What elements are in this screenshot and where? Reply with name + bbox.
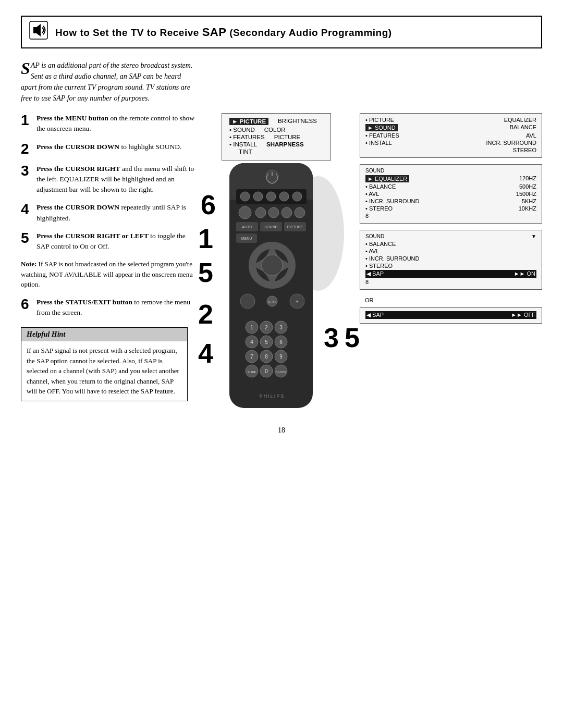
svg-text:4: 4 bbox=[250, 339, 253, 345]
remote-control: AUTO SOUND PICTURE MENU bbox=[216, 161, 331, 411]
rm3-5khz: 5KHZ bbox=[522, 198, 536, 204]
rm4-sap-on: ►► ON bbox=[514, 270, 535, 277]
page-number: 18 bbox=[21, 426, 542, 435]
svg-point-9 bbox=[266, 192, 276, 201]
intro-text: SAP is an additional part of the stereo … bbox=[21, 60, 198, 104]
svg-point-13 bbox=[255, 207, 266, 218]
rm3-avl: • AVL bbox=[365, 191, 379, 197]
rm2-incr-surround: INCR. SURROUND bbox=[486, 140, 536, 146]
step-3: 3 Press the CURSOR RIGHT and the menu wi… bbox=[21, 164, 198, 195]
right-column: • PICTURE EQUALIZER ► SOUND BALANCE • FE… bbox=[354, 113, 542, 411]
menu-screenshot-1: ► PICTURE BRIGHTNESS • SOUND COLOR • FEA… bbox=[222, 113, 331, 161]
step-5-text: Press the CURSOR RIGHT or LEFT to toggle… bbox=[36, 231, 198, 252]
rm2-sound-highlight: ► SOUND bbox=[365, 124, 398, 131]
rm2-features: • FEATURES bbox=[365, 132, 399, 139]
menu-item-brightness: BRIGHTNESS bbox=[278, 118, 317, 125]
step-4-text: Press the CURSOR DOWN repeatedly until S… bbox=[36, 202, 198, 224]
menu-dot-sound: • SOUND bbox=[229, 127, 255, 133]
hint-title: Helpful Hint bbox=[21, 328, 187, 341]
svg-text:AUTO: AUTO bbox=[242, 225, 252, 229]
svg-text:6: 6 bbox=[279, 339, 283, 345]
step-2: 2 Press the CURSOR DOWN to highlight SOU… bbox=[21, 142, 198, 156]
step-3-number: 3 bbox=[21, 164, 32, 195]
svg-text:CLOCK: CLOCK bbox=[276, 371, 287, 374]
rm3-10khz: 10KHZ bbox=[519, 205, 536, 212]
rm3-stereo: • STEREO bbox=[365, 205, 393, 212]
svg-text:+: + bbox=[296, 299, 299, 304]
svg-text:7: 7 bbox=[250, 354, 253, 360]
step-6: 6 Press the STATUS/EXIT button to remove… bbox=[21, 297, 198, 318]
menu-item-tint: TINT bbox=[239, 149, 252, 155]
svg-point-8 bbox=[253, 192, 263, 201]
svg-text:PICTURE: PICTURE bbox=[287, 225, 303, 229]
step-4-number: 4 bbox=[21, 202, 32, 224]
svg-text:2: 2 bbox=[265, 325, 268, 330]
svg-point-10 bbox=[279, 192, 289, 201]
rm4-balance: • BALANCE bbox=[365, 241, 396, 247]
step-3-text: Press the CURSOR RIGHT and the menu will… bbox=[36, 164, 198, 195]
svg-point-12 bbox=[239, 206, 251, 219]
overlay-num-2: 2 bbox=[198, 299, 213, 330]
menu-dot-install: • INSTALL bbox=[229, 141, 257, 147]
rm2-equalizer: EQUALIZER bbox=[504, 117, 536, 123]
menu-screenshot-3: SOUND ► EQUALIZER 120HZ • BALANCE 500HZ … bbox=[360, 164, 542, 224]
svg-point-16 bbox=[295, 207, 305, 218]
menu-screenshot-4: SOUND ▼ • BALANCE • AVL • INCR. SURROUND… bbox=[360, 230, 542, 290]
rm3-incr-surround: • INCR. SURROUND bbox=[365, 198, 419, 204]
header-box: How to Set the TV to Receive SAP (Second… bbox=[21, 16, 542, 48]
rm4-incr: • INCR. SURROUND bbox=[365, 255, 419, 262]
overlay-num-5: 5 bbox=[198, 257, 213, 288]
menu4-label: SOUND ▼ bbox=[365, 233, 536, 239]
svg-text:5: 5 bbox=[265, 339, 268, 345]
overlay-num-5b: 5 bbox=[345, 322, 360, 353]
rm4-sap-highlight: ◀ SAP bbox=[366, 270, 384, 277]
svg-point-15 bbox=[282, 207, 292, 218]
rm3-balance: • BALANCE bbox=[365, 183, 396, 190]
svg-text:PHILIPS: PHILIPS bbox=[260, 393, 285, 399]
step-4: 4 Press the CURSOR DOWN repeatedly until… bbox=[21, 202, 198, 224]
remote-svg: AUTO SOUND PICTURE MENU bbox=[216, 161, 328, 416]
menu-screenshot-5: ◀ SAP ►► OFF bbox=[360, 307, 542, 324]
audio-icon bbox=[29, 21, 48, 43]
hint-box: Helpful Hint If an SAP signal is not pre… bbox=[21, 327, 188, 401]
overlay-num-6: 6 bbox=[201, 189, 216, 220]
menu-dot-features: • FEATURES bbox=[229, 134, 265, 140]
step-6-number: 6 bbox=[21, 297, 32, 318]
menu-screenshot-2: • PICTURE EQUALIZER ► SOUND BALANCE • FE… bbox=[360, 113, 542, 158]
rm2-stereo: STEREO bbox=[513, 147, 536, 153]
svg-text:8: 8 bbox=[265, 354, 268, 360]
step-1-number: 1 bbox=[21, 113, 32, 134]
svg-point-7 bbox=[240, 192, 250, 201]
rm3-120hz: 120HZ bbox=[519, 175, 536, 182]
svg-text:MUTE: MUTE bbox=[268, 301, 277, 304]
step-2-text: Press the CURSOR DOWN to highlight SOUND… bbox=[36, 142, 181, 156]
page: How to Set the TV to Receive SAP (Second… bbox=[0, 0, 563, 728]
svg-text:-: - bbox=[247, 299, 248, 304]
svg-point-29 bbox=[262, 255, 283, 276]
svg-text:MENU: MENU bbox=[241, 237, 252, 240]
rm3-eight: 8 bbox=[365, 213, 369, 219]
overlay-num-4: 4 bbox=[198, 338, 213, 369]
rm2-install: • INSTALL bbox=[365, 140, 392, 146]
menu-item-picture: PICTURE bbox=[274, 134, 300, 140]
or-divider: OR bbox=[365, 297, 542, 303]
svg-point-14 bbox=[268, 207, 279, 218]
hint-body: If an SAP signal is not present with a s… bbox=[21, 341, 187, 401]
step-1: 1 Press the MENU button on the remote co… bbox=[21, 113, 198, 134]
main-layout: 1 Press the MENU button on the remote co… bbox=[21, 113, 542, 411]
step-6-text: Press the STATUS/EXIT button to remove t… bbox=[36, 297, 198, 318]
rm5-sap-off: ►► OFF bbox=[511, 312, 535, 318]
rm4-stereo: • STEREO bbox=[365, 263, 393, 269]
menu-item-color: COLOR bbox=[264, 127, 286, 133]
step-5: 5 Press the CURSOR RIGHT or LEFT to togg… bbox=[21, 231, 198, 252]
rm4-eight: 8 bbox=[365, 279, 369, 285]
svg-text:SURF: SURF bbox=[248, 371, 256, 374]
overlay-num-1: 1 bbox=[198, 223, 213, 254]
svg-text:SOUND: SOUND bbox=[264, 225, 277, 229]
rm2-avl: AVL bbox=[526, 132, 536, 139]
rm3-500hz: 500HZ bbox=[519, 183, 536, 190]
rm3-1500hz: 1500HZ bbox=[516, 191, 536, 197]
menu-item-sharpness: SHARPNESS bbox=[266, 141, 304, 147]
step-1-text: Press the MENU button on the remote cont… bbox=[36, 113, 198, 134]
rm2-picture: • PICTURE bbox=[365, 117, 394, 123]
